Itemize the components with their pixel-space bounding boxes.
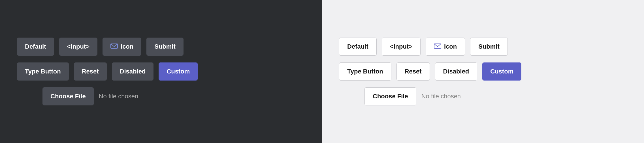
dark-disabled-button[interactable]: Disabled bbox=[112, 62, 154, 81]
light-choose-file-label: Choose File bbox=[373, 93, 408, 100]
light-icon-button[interactable]: Icon bbox=[426, 38, 465, 56]
dark-disabled-label: Disabled bbox=[120, 68, 146, 75]
dark-reset-button[interactable]: Reset bbox=[74, 62, 107, 81]
light-no-file-text: No file chosen bbox=[421, 93, 461, 100]
dark-choose-file-label: Choose File bbox=[50, 93, 86, 100]
dark-icon-label: Icon bbox=[121, 43, 133, 50]
light-custom-button[interactable]: Custom bbox=[482, 62, 521, 81]
dark-default-button[interactable]: Default bbox=[17, 38, 54, 56]
dark-reset-label: Reset bbox=[82, 68, 99, 75]
light-input-label: <input> bbox=[390, 43, 412, 50]
dark-panel: Default <input> Icon Submit Type Button … bbox=[0, 0, 322, 143]
dark-default-label: Default bbox=[25, 43, 46, 50]
light-custom-label: Custom bbox=[490, 68, 513, 75]
light-reset-label: Reset bbox=[405, 68, 422, 75]
dark-custom-button[interactable]: Custom bbox=[159, 62, 198, 81]
dark-no-file-text: No file chosen bbox=[99, 93, 138, 100]
dark-submit-button[interactable]: Submit bbox=[146, 38, 184, 56]
light-row2: Type Button Reset Disabled Custom bbox=[339, 62, 521, 81]
light-reset-button[interactable]: Reset bbox=[396, 62, 430, 81]
light-default-button[interactable]: Default bbox=[339, 38, 377, 56]
light-file-row: Choose File No file chosen bbox=[339, 87, 461, 105]
light-submit-button[interactable]: Submit bbox=[470, 38, 508, 56]
light-panel: Default <input> Icon Submit Type Button … bbox=[322, 0, 644, 143]
light-input-button[interactable]: <input> bbox=[382, 38, 421, 56]
dark-type-label: Type Button bbox=[25, 68, 61, 75]
dark-choose-file-button[interactable]: Choose File bbox=[42, 87, 94, 105]
envelope-icon bbox=[110, 43, 118, 50]
light-type-label: Type Button bbox=[347, 68, 383, 75]
light-disabled-button[interactable]: Disabled bbox=[435, 62, 477, 81]
dark-row2: Type Button Reset Disabled Custom bbox=[17, 62, 198, 81]
light-default-label: Default bbox=[347, 43, 368, 50]
light-row1: Default <input> Icon Submit bbox=[339, 38, 508, 56]
dark-submit-label: Submit bbox=[154, 43, 176, 50]
dark-input-button[interactable]: <input> bbox=[59, 38, 97, 56]
dark-file-row: Choose File No file chosen bbox=[17, 87, 138, 105]
dark-custom-label: Custom bbox=[167, 68, 190, 75]
light-icon-label: Icon bbox=[444, 43, 457, 50]
dark-input-label: <input> bbox=[67, 43, 89, 50]
light-choose-file-button[interactable]: Choose File bbox=[364, 87, 416, 105]
dark-row1: Default <input> Icon Submit bbox=[17, 38, 184, 56]
light-submit-label: Submit bbox=[478, 43, 500, 50]
dark-type-button[interactable]: Type Button bbox=[17, 62, 69, 81]
light-disabled-label: Disabled bbox=[443, 68, 469, 75]
light-type-button[interactable]: Type Button bbox=[339, 62, 391, 81]
dark-icon-button[interactable]: Icon bbox=[103, 38, 141, 56]
envelope-icon-light bbox=[434, 43, 441, 50]
